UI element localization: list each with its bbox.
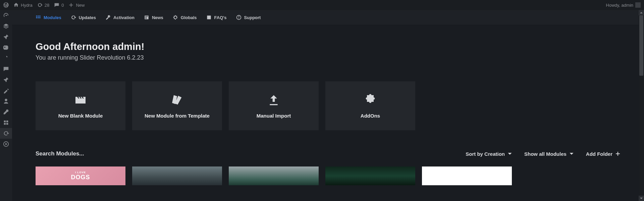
wp-admin-bar: Hydra 28 0 New Howdy, admin: [0, 0, 644, 10]
card-new-template-label: New Module from Template: [145, 113, 210, 119]
card-addons-label: AddOns: [361, 113, 380, 119]
thumb1-line1: I LOVE: [75, 171, 86, 174]
home-icon: [13, 2, 19, 8]
gear-icon: [173, 15, 178, 20]
plus-icon: [615, 151, 621, 156]
site-name-text: Hydra: [21, 3, 33, 8]
nav-modules[interactable]: Modules: [36, 15, 61, 20]
avatar: [635, 2, 641, 8]
sidebar-slider-icon[interactable]: [0, 128, 12, 139]
chevron-down-icon: [507, 151, 512, 156]
sidebar-pages-icon[interactable]: [0, 53, 12, 64]
thumb1-line2: DOGS: [71, 174, 90, 181]
scroll-up-button[interactable]: [639, 10, 644, 15]
nav-support-label: Support: [244, 15, 261, 20]
site-name-link[interactable]: Hydra: [13, 2, 33, 8]
module-toolbar: Search Modules... Sort by Creation Show …: [36, 150, 621, 157]
nav-news[interactable]: News: [144, 15, 163, 20]
card-new-blank-label: New Blank Module: [58, 113, 103, 119]
module-thumb-2[interactable]: [132, 166, 222, 185]
chevron-down-icon: [569, 151, 574, 156]
comments-count: 0: [61, 3, 64, 8]
card-manual-import-label: Manual Import: [257, 113, 291, 119]
card-manual-import[interactable]: Manual Import: [229, 81, 319, 130]
scroll-track[interactable]: [639, 15, 644, 196]
sort-control[interactable]: Sort by Creation: [466, 151, 512, 157]
module-thumbnails: I LOVE DOGS: [36, 166, 621, 185]
sidebar-layers-icon[interactable]: [0, 21, 12, 31]
scroll-down-button[interactable]: [639, 196, 644, 201]
card-new-template[interactable]: New Module from Template: [132, 81, 222, 130]
plugin-nav: Modules Updates Activation News Globals …: [12, 10, 644, 25]
swatch-icon: [170, 93, 184, 107]
nav-globals[interactable]: Globals: [173, 15, 197, 20]
refresh-icon: [37, 2, 43, 8]
sidebar-media-icon[interactable]: [0, 42, 12, 53]
clapper-icon: [74, 93, 87, 107]
nav-faqs-label: FAQ's: [214, 15, 227, 20]
add-folder-label: Add Folder: [586, 151, 612, 157]
puzzle-icon: [364, 93, 377, 107]
howdy-text: Howdy, admin: [606, 3, 633, 8]
greeting-block: Good Afternoon admin! You are running Sl…: [36, 41, 621, 61]
wp-logo-icon[interactable]: [3, 2, 9, 8]
content-area: Good Afternoon admin! You are running Sl…: [12, 25, 644, 201]
sort-label: Sort by Creation: [466, 151, 505, 157]
module-thumb-1[interactable]: I LOVE DOGS: [36, 166, 125, 185]
howdy-link[interactable]: Howdy, admin: [606, 2, 641, 8]
sidebar-comments-icon[interactable]: [0, 64, 12, 74]
sidebar-pin2-icon[interactable]: [0, 74, 12, 85]
news-icon: [144, 15, 149, 20]
refresh-icon: [71, 15, 76, 20]
add-folder-control[interactable]: Add Folder: [586, 151, 621, 157]
sidebar-appearance-icon[interactable]: [0, 85, 12, 96]
sidebar-play-icon[interactable]: [0, 139, 12, 149]
upload-icon: [267, 93, 280, 107]
show-label: Show all Modules: [524, 151, 567, 157]
nav-faqs[interactable]: FAQ's: [206, 15, 227, 20]
nav-globals-label: Globals: [181, 15, 197, 20]
grid-icon: [36, 15, 41, 20]
nav-support[interactable]: Support: [236, 15, 261, 20]
sidebar-pin-icon[interactable]: [0, 31, 12, 42]
nav-news-label: News: [152, 15, 163, 20]
sidebar-tools-icon[interactable]: [0, 107, 12, 117]
nav-updates-label: Updates: [79, 15, 96, 20]
new-label: New: [76, 3, 85, 8]
plus-icon: [68, 2, 74, 8]
sidebar-dashboard-icon[interactable]: [0, 10, 12, 21]
main-panel: Modules Updates Activation News Globals …: [12, 10, 644, 201]
wp-admin-sidebar: [0, 10, 12, 201]
book-icon: [206, 15, 212, 20]
sidebar-users-icon[interactable]: [0, 96, 12, 107]
show-control[interactable]: Show all Modules: [524, 151, 574, 157]
module-thumb-3[interactable]: [229, 166, 319, 185]
module-thumb-5[interactable]: [422, 166, 512, 185]
card-new-blank[interactable]: New Blank Module: [36, 81, 125, 130]
question-icon: [236, 15, 241, 20]
vertical-scrollbar: [639, 10, 644, 201]
scroll-handle[interactable]: [639, 15, 643, 76]
card-addons[interactable]: AddOns: [325, 81, 415, 130]
new-link[interactable]: New: [68, 2, 85, 8]
comment-icon: [54, 2, 59, 8]
action-cards: New Blank Module New Module from Templat…: [36, 81, 621, 130]
nav-activation[interactable]: Activation: [105, 15, 135, 20]
nav-modules-label: Modules: [44, 15, 61, 20]
module-thumb-4[interactable]: [325, 166, 415, 185]
updates-count: 28: [45, 3, 49, 8]
nav-activation-label: Activation: [113, 15, 135, 20]
nav-updates[interactable]: Updates: [71, 15, 96, 20]
key-icon: [105, 15, 111, 20]
search-modules[interactable]: Search Modules...: [36, 150, 453, 157]
sidebar-settings-icon[interactable]: [0, 117, 12, 128]
updates-link[interactable]: 28: [37, 2, 49, 8]
comments-link[interactable]: 0: [54, 2, 64, 8]
greeting-subtitle: You are running Slider Revolution 6.2.23: [36, 54, 621, 61]
greeting-title: Good Afternoon admin!: [36, 41, 621, 52]
